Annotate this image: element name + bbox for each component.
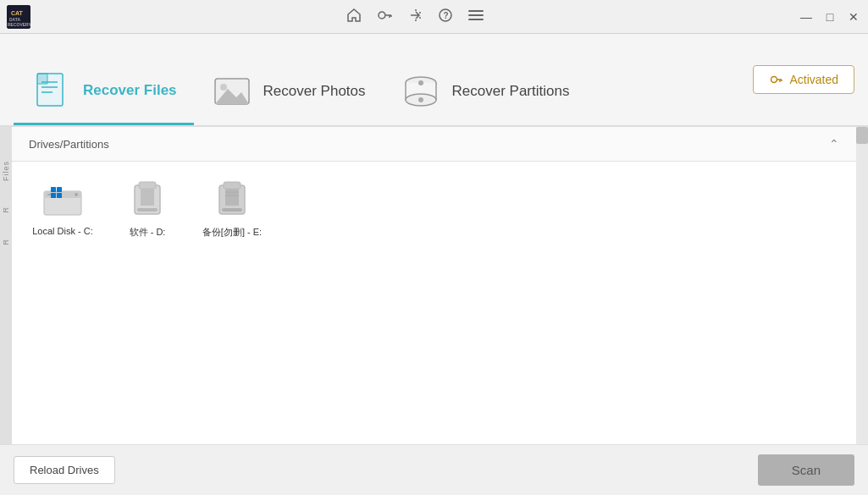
main-area: Files R R Drives/Partitions ⌃ bbox=[0, 127, 868, 444]
svg-rect-12 bbox=[468, 19, 484, 20]
window-controls: — □ ✕ bbox=[799, 9, 861, 25]
collapse-icon[interactable]: ⌃ bbox=[829, 137, 839, 151]
maximize-button[interactable]: □ bbox=[822, 9, 838, 25]
svg-point-19 bbox=[220, 84, 227, 91]
tab-recover-partitions[interactable]: Recover Partitions bbox=[383, 58, 587, 125]
minimize-button[interactable]: — bbox=[799, 9, 814, 25]
svg-rect-46 bbox=[225, 189, 239, 206]
tab-recover-files[interactable]: Recover Files bbox=[14, 58, 194, 125]
drive-c-icon bbox=[37, 179, 88, 221]
svg-rect-45 bbox=[224, 182, 240, 189]
svg-text:RECOVERY: RECOVERY bbox=[8, 22, 30, 27]
drives-section-title: Drives/Partitions bbox=[29, 138, 109, 151]
svg-rect-36 bbox=[51, 187, 56, 192]
drive-c[interactable]: Local Disk - C: bbox=[29, 179, 97, 239]
reload-drives-button[interactable]: Reload Drives bbox=[14, 456, 115, 484]
svg-rect-17 bbox=[37, 74, 47, 84]
key-icon[interactable] bbox=[377, 8, 392, 26]
drive-e-label: 备份[勿删] - E: bbox=[202, 226, 262, 239]
tab-recover-photos[interactable]: Recover Photos bbox=[194, 58, 383, 125]
svg-point-35 bbox=[75, 193, 78, 196]
recover-photos-icon bbox=[211, 70, 253, 113]
svg-rect-37 bbox=[57, 187, 62, 192]
title-bar: CAT DATA RECOVERY bbox=[0, 0, 868, 34]
recover-files-icon bbox=[30, 69, 73, 112]
svg-rect-11 bbox=[468, 14, 484, 16]
drives-area: Local Disk - C: 软件 - D: bbox=[12, 162, 856, 444]
svg-rect-39 bbox=[57, 193, 62, 198]
svg-rect-10 bbox=[468, 10, 484, 12]
activated-button[interactable]: Activated bbox=[753, 65, 854, 94]
recover-files-label: Recover Files bbox=[83, 82, 177, 99]
sidebar-label-1: Files bbox=[2, 161, 10, 181]
svg-point-27 bbox=[418, 97, 423, 102]
sidebar-label-2: R bbox=[2, 206, 10, 213]
drive-d-icon bbox=[122, 179, 173, 221]
sidebar-label-3: R bbox=[2, 239, 10, 245]
svg-rect-38 bbox=[51, 193, 56, 198]
menu-icon[interactable] bbox=[468, 8, 484, 26]
svg-text:?: ? bbox=[443, 11, 448, 20]
title-bar-left: CAT DATA RECOVERY bbox=[7, 5, 30, 29]
svg-rect-47 bbox=[222, 208, 242, 212]
drive-d[interactable]: 软件 - D: bbox=[113, 179, 181, 239]
help-icon[interactable]: ? bbox=[438, 8, 453, 26]
activated-label: Activated bbox=[789, 73, 838, 86]
close-button[interactable]: ✕ bbox=[846, 9, 861, 25]
drive-e-icon bbox=[207, 179, 257, 221]
drive-e[interactable]: 备份[勿删] - E: bbox=[198, 179, 266, 239]
bottom-bar: Reload Drives Scan bbox=[0, 444, 868, 495]
drive-d-label: 软件 - D: bbox=[130, 226, 166, 239]
scan-button[interactable]: Scan bbox=[758, 454, 854, 486]
main-content: Drives/Partitions ⌃ bbox=[12, 127, 856, 444]
svg-point-26 bbox=[418, 80, 423, 85]
recover-photos-label: Recover Photos bbox=[263, 83, 366, 100]
svg-point-28 bbox=[771, 77, 777, 83]
svg-text:CAT: CAT bbox=[11, 10, 24, 16]
svg-rect-42 bbox=[141, 189, 154, 206]
svg-rect-43 bbox=[137, 208, 158, 212]
arrow-icon[interactable] bbox=[407, 8, 423, 26]
drives-section-header: Drives/Partitions ⌃ bbox=[12, 127, 856, 162]
tab-bar: Recover Files Recover Photos Recov bbox=[0, 34, 868, 127]
recover-partitions-icon bbox=[400, 70, 442, 113]
svg-rect-41 bbox=[139, 182, 156, 189]
svg-point-4 bbox=[379, 12, 385, 19]
app-logo: CAT DATA RECOVERY bbox=[7, 5, 30, 29]
recover-partitions-label: Recover Partitions bbox=[452, 83, 570, 100]
title-bar-icons: ? bbox=[346, 8, 484, 26]
home-icon[interactable] bbox=[346, 8, 362, 26]
drive-c-label: Local Disk - C: bbox=[32, 226, 93, 236]
left-sidebar: Files R R bbox=[0, 127, 12, 444]
right-scrollbar[interactable] bbox=[856, 127, 868, 444]
